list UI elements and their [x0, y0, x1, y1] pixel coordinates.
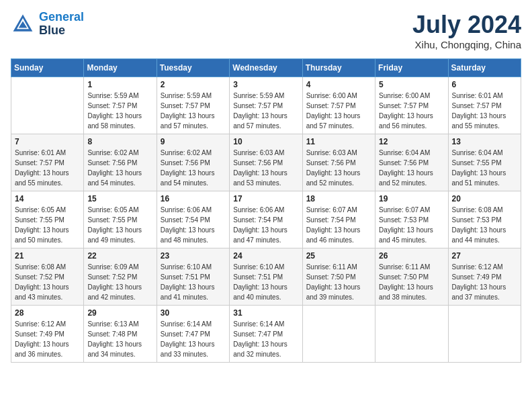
weekday-header: Wednesday: [230, 59, 302, 77]
calendar-cell: [375, 306, 448, 363]
calendar-week-row: 14Sunrise: 6:05 AMSunset: 7:55 PMDayligh…: [11, 191, 521, 248]
day-number: 11: [306, 137, 371, 146]
day-info: Sunrise: 5:59 AMSunset: 7:57 PMDaylight:…: [87, 91, 152, 131]
day-number: 13: [452, 137, 517, 146]
calendar-cell: 1Sunrise: 5:59 AMSunset: 7:57 PMDaylight…: [84, 77, 157, 134]
day-info: Sunrise: 6:06 AMSunset: 7:54 PMDaylight:…: [161, 205, 226, 245]
calendar-cell: 25Sunrise: 6:11 AMSunset: 7:50 PMDayligh…: [302, 248, 375, 306]
day-info: Sunrise: 5:59 AMSunset: 7:57 PMDaylight:…: [233, 91, 298, 131]
calendar-cell: 11Sunrise: 6:03 AMSunset: 7:56 PMDayligh…: [302, 134, 375, 191]
day-number: 29: [87, 308, 152, 318]
page-header: General Blue July 2024 Xihu, Chongqing, …: [11, 11, 521, 50]
calendar-cell: 22Sunrise: 6:09 AMSunset: 7:52 PMDayligh…: [84, 248, 157, 306]
day-number: 19: [379, 194, 444, 203]
calendar-cell: 6Sunrise: 6:01 AMSunset: 7:57 PMDaylight…: [448, 77, 521, 134]
calendar-cell: 20Sunrise: 6:08 AMSunset: 7:53 PMDayligh…: [448, 191, 521, 248]
day-info: Sunrise: 6:08 AMSunset: 7:52 PMDaylight:…: [15, 262, 80, 302]
calendar-cell: 2Sunrise: 5:59 AMSunset: 7:57 PMDaylight…: [157, 77, 229, 134]
day-number: 7: [15, 137, 80, 146]
calendar-week-row: 28Sunrise: 6:12 AMSunset: 7:49 PMDayligh…: [11, 306, 521, 363]
day-info: Sunrise: 6:02 AMSunset: 7:56 PMDaylight:…: [161, 148, 226, 188]
day-info: Sunrise: 6:05 AMSunset: 7:55 PMDaylight:…: [87, 205, 152, 245]
day-info: Sunrise: 6:14 AMSunset: 7:47 PMDaylight:…: [161, 319, 226, 359]
day-info: Sunrise: 6:11 AMSunset: 7:50 PMDaylight:…: [306, 262, 371, 302]
calendar-body: 1Sunrise: 5:59 AMSunset: 7:57 PMDaylight…: [11, 77, 521, 363]
day-number: 1: [87, 80, 152, 89]
day-info: Sunrise: 6:12 AMSunset: 7:49 PMDaylight:…: [15, 319, 80, 359]
logo: General Blue: [11, 11, 84, 38]
logo-icon: [11, 12, 35, 36]
calendar-cell: 17Sunrise: 6:06 AMSunset: 7:54 PMDayligh…: [230, 191, 302, 248]
day-info: Sunrise: 6:01 AMSunset: 7:57 PMDaylight:…: [15, 148, 80, 188]
day-info: Sunrise: 6:04 AMSunset: 7:56 PMDaylight:…: [379, 148, 444, 188]
calendar-cell: 16Sunrise: 6:06 AMSunset: 7:54 PMDayligh…: [157, 191, 229, 248]
day-number: 9: [161, 137, 226, 146]
day-number: 28: [15, 308, 80, 318]
calendar-week-row: 1Sunrise: 5:59 AMSunset: 7:57 PMDaylight…: [11, 77, 521, 134]
calendar-cell: 28Sunrise: 6:12 AMSunset: 7:49 PMDayligh…: [11, 306, 84, 363]
day-info: Sunrise: 6:11 AMSunset: 7:50 PMDaylight:…: [379, 262, 444, 302]
day-info: Sunrise: 6:00 AMSunset: 7:57 PMDaylight:…: [306, 91, 371, 131]
calendar-cell: 12Sunrise: 6:04 AMSunset: 7:56 PMDayligh…: [375, 134, 448, 191]
day-number: 5: [379, 80, 444, 89]
weekday-header: Sunday: [11, 59, 84, 77]
day-number: 30: [161, 308, 226, 318]
day-number: 20: [452, 194, 517, 203]
calendar-cell: 27Sunrise: 6:12 AMSunset: 7:49 PMDayligh…: [448, 248, 521, 306]
calendar-table: SundayMondayTuesdayWednesdayThursdayFrid…: [11, 58, 521, 363]
calendar-cell: 30Sunrise: 6:14 AMSunset: 7:47 PMDayligh…: [157, 306, 229, 363]
calendar-cell: 3Sunrise: 5:59 AMSunset: 7:57 PMDaylight…: [230, 77, 302, 134]
day-number: 31: [233, 308, 298, 318]
day-number: 16: [161, 194, 226, 203]
calendar-week-row: 21Sunrise: 6:08 AMSunset: 7:52 PMDayligh…: [11, 248, 521, 306]
day-number: 6: [452, 80, 517, 89]
calendar-cell: 8Sunrise: 6:02 AMSunset: 7:56 PMDaylight…: [84, 134, 157, 191]
day-number: 10: [233, 137, 298, 146]
day-number: 21: [15, 251, 80, 261]
weekday-header: Thursday: [302, 59, 375, 77]
day-number: 23: [161, 251, 226, 261]
calendar-cell: 15Sunrise: 6:05 AMSunset: 7:55 PMDayligh…: [84, 191, 157, 248]
day-number: 4: [306, 80, 371, 89]
day-info: Sunrise: 6:12 AMSunset: 7:49 PMDaylight:…: [452, 262, 517, 302]
calendar-cell: [302, 306, 375, 363]
calendar-cell: 26Sunrise: 6:11 AMSunset: 7:50 PMDayligh…: [375, 248, 448, 306]
day-info: Sunrise: 6:02 AMSunset: 7:56 PMDaylight:…: [87, 148, 152, 188]
day-info: Sunrise: 6:03 AMSunset: 7:56 PMDaylight:…: [306, 148, 371, 188]
day-number: 26: [379, 251, 444, 261]
day-number: 2: [161, 80, 226, 89]
calendar-cell: 9Sunrise: 6:02 AMSunset: 7:56 PMDaylight…: [157, 134, 229, 191]
day-info: Sunrise: 6:04 AMSunset: 7:55 PMDaylight:…: [452, 148, 517, 188]
calendar-cell: 29Sunrise: 6:13 AMSunset: 7:48 PMDayligh…: [84, 306, 157, 363]
day-info: Sunrise: 6:07 AMSunset: 7:53 PMDaylight:…: [379, 205, 444, 245]
logo-text: General Blue: [39, 11, 84, 38]
day-info: Sunrise: 6:10 AMSunset: 7:51 PMDaylight:…: [233, 262, 298, 302]
day-number: 17: [233, 194, 298, 203]
day-info: Sunrise: 6:06 AMSunset: 7:54 PMDaylight:…: [233, 205, 298, 245]
calendar-cell: 4Sunrise: 6:00 AMSunset: 7:57 PMDaylight…: [302, 77, 375, 134]
day-info: Sunrise: 6:00 AMSunset: 7:57 PMDaylight:…: [379, 91, 444, 131]
day-number: 27: [452, 251, 517, 261]
day-info: Sunrise: 5:59 AMSunset: 7:57 PMDaylight:…: [161, 91, 226, 131]
calendar-cell: 31Sunrise: 6:14 AMSunset: 7:47 PMDayligh…: [230, 306, 302, 363]
day-number: 24: [233, 251, 298, 261]
day-info: Sunrise: 6:01 AMSunset: 7:57 PMDaylight:…: [452, 91, 517, 131]
calendar-cell: [448, 306, 521, 363]
calendar-week-row: 7Sunrise: 6:01 AMSunset: 7:57 PMDaylight…: [11, 134, 521, 191]
day-info: Sunrise: 6:07 AMSunset: 7:54 PMDaylight:…: [306, 205, 371, 245]
day-number: 25: [306, 251, 371, 261]
day-number: 18: [306, 194, 371, 203]
calendar-cell: 14Sunrise: 6:05 AMSunset: 7:55 PMDayligh…: [11, 191, 84, 248]
day-info: Sunrise: 6:13 AMSunset: 7:48 PMDaylight:…: [87, 319, 152, 359]
calendar-header-row: SundayMondayTuesdayWednesdayThursdayFrid…: [11, 59, 521, 77]
day-number: 12: [379, 137, 444, 146]
weekday-header: Friday: [375, 59, 448, 77]
day-info: Sunrise: 6:03 AMSunset: 7:56 PMDaylight:…: [233, 148, 298, 188]
calendar-cell: [11, 77, 84, 134]
location: Xihu, Chongqing, China: [412, 39, 521, 50]
month-title: July 2024: [412, 11, 521, 39]
day-number: 22: [87, 251, 152, 261]
calendar-cell: 5Sunrise: 6:00 AMSunset: 7:57 PMDaylight…: [375, 77, 448, 134]
day-info: Sunrise: 6:09 AMSunset: 7:52 PMDaylight:…: [87, 262, 152, 302]
weekday-header: Saturday: [448, 59, 521, 77]
